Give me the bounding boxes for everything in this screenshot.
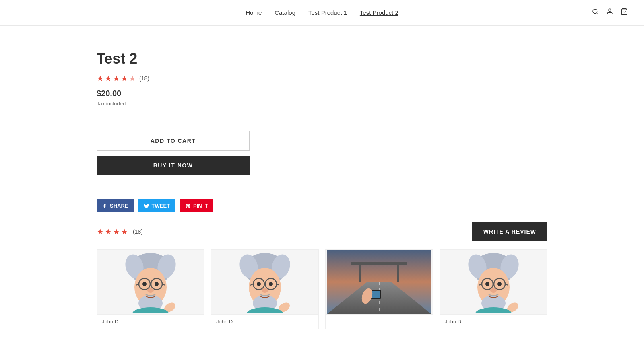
reviews-star-rating: ★ ★ ★ ★ bbox=[97, 227, 128, 237]
reviewer-name: John D... bbox=[216, 319, 237, 325]
nav-item-test-product-2[interactable]: Test Product 2 bbox=[360, 9, 398, 16]
review-card-image bbox=[440, 250, 547, 314]
svg-point-53 bbox=[485, 282, 489, 286]
svg-point-33 bbox=[247, 307, 283, 313]
rev-star-4: ★ bbox=[121, 227, 128, 237]
product-title: Test 2 bbox=[97, 50, 547, 67]
svg-rect-38 bbox=[359, 262, 361, 282]
star-3: ★ bbox=[113, 74, 120, 83]
review-card-footer: John D... bbox=[97, 314, 204, 329]
cart-icon[interactable] bbox=[621, 8, 628, 17]
svg-point-57 bbox=[475, 307, 512, 313]
nav-item-home[interactable]: Home bbox=[246, 9, 262, 16]
svg-point-16 bbox=[147, 288, 154, 293]
add-to-cart-button[interactable]: ADD TO CART bbox=[97, 131, 250, 151]
svg-point-29 bbox=[257, 282, 261, 286]
svg-rect-39 bbox=[397, 262, 399, 282]
review-card: John D... bbox=[97, 249, 204, 329]
reviews-count: (18) bbox=[133, 228, 143, 235]
rev-star-2: ★ bbox=[105, 227, 112, 237]
svg-point-14 bbox=[142, 282, 147, 286]
review-card-image bbox=[97, 250, 204, 314]
reviewer-name: John D... bbox=[102, 319, 123, 325]
star-4: ★ bbox=[121, 74, 128, 83]
review-card: John D... bbox=[211, 249, 319, 329]
svg-point-15 bbox=[155, 282, 159, 286]
rev-star-1: ★ bbox=[97, 227, 104, 237]
review-card-footer: John D... bbox=[211, 314, 318, 329]
svg-line-1 bbox=[597, 13, 598, 14]
review-card: John D... bbox=[440, 249, 547, 329]
review-card-footer bbox=[326, 314, 433, 323]
review-card-image bbox=[326, 250, 433, 314]
social-share-row: SHARE TWEET PIN IT bbox=[97, 199, 547, 212]
star-rating: ★ ★ ★ ★ ★ bbox=[97, 74, 136, 83]
header-icons bbox=[592, 8, 628, 17]
star-5: ★ bbox=[129, 74, 136, 83]
share-twitter-button[interactable]: TWEET bbox=[138, 199, 175, 212]
search-icon[interactable] bbox=[592, 8, 599, 17]
tax-note: Tax included. bbox=[97, 101, 547, 107]
buy-now-button[interactable]: BUY IT NOW bbox=[97, 156, 250, 175]
review-card-image bbox=[211, 250, 318, 314]
svg-point-54 bbox=[497, 282, 502, 286]
rev-star-3: ★ bbox=[113, 227, 120, 237]
nav-item-catalog[interactable]: Catalog bbox=[275, 9, 295, 16]
svg-point-55 bbox=[490, 288, 497, 293]
share-pinterest-label: PIN IT bbox=[193, 203, 208, 209]
svg-point-0 bbox=[593, 9, 597, 14]
svg-point-31 bbox=[262, 288, 268, 293]
star-1: ★ bbox=[97, 74, 104, 83]
share-pinterest-button[interactable]: PIN IT bbox=[180, 199, 213, 212]
reviews-summary: ★ ★ ★ ★ (18) bbox=[97, 227, 143, 237]
review-cards-grid: John D... bbox=[97, 249, 547, 329]
svg-point-18 bbox=[132, 307, 169, 313]
reviews-header: ★ ★ ★ ★ (18) WRITE A REVIEW bbox=[97, 222, 547, 241]
share-twitter-label: TWEET bbox=[152, 203, 170, 209]
review-card-footer: John D... bbox=[440, 314, 547, 329]
main-nav: HomeCatalogTest Product 1Test Product 2 bbox=[246, 9, 398, 16]
svg-point-2 bbox=[609, 9, 611, 11]
login-icon[interactable] bbox=[606, 8, 613, 17]
nav-item-test-product-1[interactable]: Test Product 1 bbox=[308, 9, 347, 16]
review-card bbox=[325, 249, 433, 329]
rating-row: ★ ★ ★ ★ ★ (18) bbox=[97, 74, 547, 83]
write-review-button[interactable]: WRITE A REVIEW bbox=[472, 222, 547, 241]
svg-point-30 bbox=[269, 282, 273, 286]
site-header: HomeCatalogTest Product 1Test Product 2 bbox=[0, 0, 644, 26]
share-facebook-button[interactable]: SHARE bbox=[97, 199, 134, 212]
review-count: (18) bbox=[139, 75, 149, 82]
share-facebook-label: SHARE bbox=[110, 203, 128, 209]
reviewer-name: John D... bbox=[445, 319, 466, 325]
product-price: $20.00 bbox=[97, 89, 547, 98]
star-2: ★ bbox=[105, 74, 112, 83]
main-content: Test 2 ★ ★ ★ ★ ★ (18) $20.00 Tax include… bbox=[80, 26, 564, 345]
